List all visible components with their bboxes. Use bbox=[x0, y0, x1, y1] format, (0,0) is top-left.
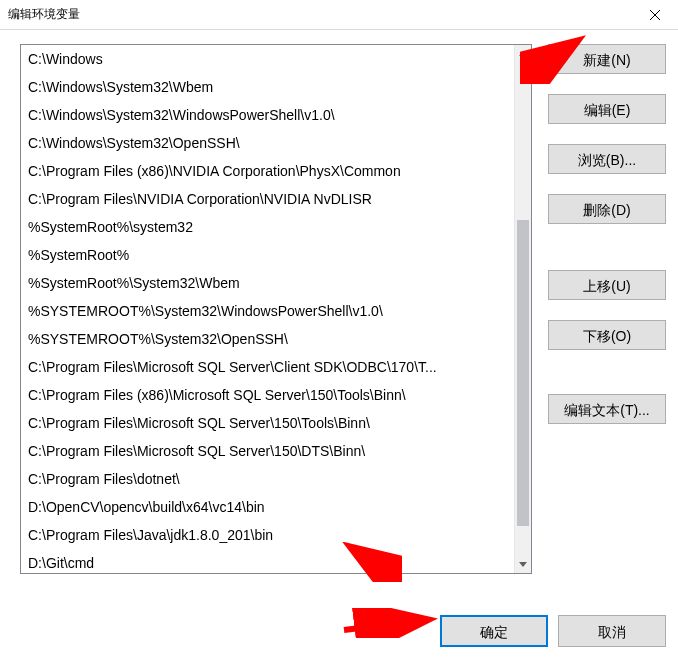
close-icon bbox=[650, 10, 660, 20]
new-button[interactable]: 新建(N) bbox=[548, 44, 666, 74]
browse-button[interactable]: 浏览(B)... bbox=[548, 144, 666, 174]
list-item[interactable]: D:\OpenCV\opencv\build\x64\vc14\bin bbox=[21, 493, 514, 521]
list-item[interactable]: C:\Program Files (x86)\NVIDIA Corporatio… bbox=[21, 157, 514, 185]
list-item[interactable]: %SystemRoot%\System32\Wbem bbox=[21, 269, 514, 297]
list-item[interactable]: C:\Program Files\Microsoft SQL Server\Cl… bbox=[21, 353, 514, 381]
scrollbar-thumb[interactable] bbox=[517, 220, 529, 526]
list-item[interactable]: C:\Windows bbox=[21, 45, 514, 73]
list-item[interactable]: C:\Program Files\Java\jdk1.8.0_201\bin bbox=[21, 521, 514, 549]
delete-button[interactable]: 删除(D) bbox=[548, 194, 666, 224]
list-item[interactable]: D:\Git\cmd bbox=[21, 549, 514, 573]
list-item[interactable]: C:\Program Files\dotnet\ bbox=[21, 465, 514, 493]
scroll-down-button[interactable] bbox=[515, 556, 531, 573]
ok-button[interactable]: 确定 bbox=[440, 615, 548, 647]
list-item[interactable]: C:\Program Files\Microsoft SQL Server\15… bbox=[21, 409, 514, 437]
chevron-down-icon bbox=[519, 562, 527, 567]
list-item[interactable]: C:\Program Files (x86)\Microsoft SQL Ser… bbox=[21, 381, 514, 409]
close-button[interactable] bbox=[632, 0, 678, 30]
list-item[interactable]: C:\Windows\System32\WindowsPowerShell\v1… bbox=[21, 101, 514, 129]
dialog-content: C:\WindowsC:\Windows\System32\WbemC:\Win… bbox=[0, 30, 678, 661]
chevron-up-icon bbox=[519, 51, 527, 56]
list-item[interactable]: %SYSTEMROOT%\System32\OpenSSH\ bbox=[21, 325, 514, 353]
list-item[interactable]: C:\Windows\System32\OpenSSH\ bbox=[21, 129, 514, 157]
side-button-column: 新建(N) 编辑(E) 浏览(B)... 删除(D) 上移(U) 下移(O) 编… bbox=[548, 44, 666, 574]
scroll-up-button[interactable] bbox=[515, 45, 531, 62]
window-title: 编辑环境变量 bbox=[8, 6, 80, 23]
move-down-button[interactable]: 下移(O) bbox=[548, 320, 666, 350]
list-item[interactable]: %SystemRoot%\system32 bbox=[21, 213, 514, 241]
titlebar: 编辑环境变量 bbox=[0, 0, 678, 30]
list-item[interactable]: C:\Program Files\NVIDIA Corporation\NVID… bbox=[21, 185, 514, 213]
list-item[interactable]: C:\Windows\System32\Wbem bbox=[21, 73, 514, 101]
vertical-scrollbar[interactable] bbox=[514, 45, 531, 573]
dialog-footer: 确定 取消 bbox=[440, 615, 666, 647]
path-list[interactable]: C:\WindowsC:\Windows\System32\WbemC:\Win… bbox=[20, 44, 532, 574]
scrollbar-track[interactable] bbox=[515, 62, 531, 556]
edit-text-button[interactable]: 编辑文本(T)... bbox=[548, 394, 666, 424]
list-item[interactable]: C:\Program Files\Microsoft SQL Server\15… bbox=[21, 437, 514, 465]
edit-button[interactable]: 编辑(E) bbox=[548, 94, 666, 124]
list-item[interactable]: %SystemRoot% bbox=[21, 241, 514, 269]
list-item[interactable]: %SYSTEMROOT%\System32\WindowsPowerShell\… bbox=[21, 297, 514, 325]
cancel-button[interactable]: 取消 bbox=[558, 615, 666, 647]
move-up-button[interactable]: 上移(U) bbox=[548, 270, 666, 300]
